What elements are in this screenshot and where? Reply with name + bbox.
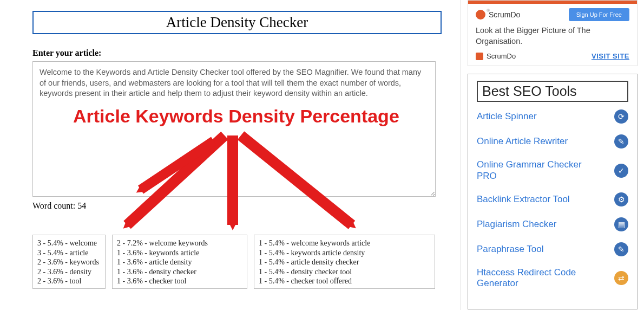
tool-row: Htaccess Redirect Code Generator ⇄ bbox=[477, 267, 628, 289]
ad-footer-brand: ScrumDo bbox=[476, 52, 516, 60]
result-line: 2 - 3.6% - tool bbox=[37, 276, 101, 286]
plagiarism-icon: ▤ bbox=[614, 217, 628, 231]
paraphrase-icon: ✎ bbox=[614, 242, 628, 256]
textarea-label: Enter your article: bbox=[32, 48, 442, 58]
grammar-icon: ✓ bbox=[614, 164, 628, 178]
ad-mini-icon bbox=[476, 53, 483, 60]
tools-heading: Best SEO Tools bbox=[477, 81, 628, 102]
result-line: 2 - 7.2% - welcome keywords bbox=[117, 238, 242, 248]
result-line: 1 - 3.6% - density checker bbox=[117, 267, 242, 277]
result-line: 1 - 5.4% - article density checker bbox=[259, 257, 430, 267]
page-title: Article Density Checker bbox=[34, 14, 441, 31]
tool-row: Backlink Extractor Tool ⚙ bbox=[477, 192, 628, 206]
ad-accent-bar bbox=[468, 1, 637, 4]
tool-row: Plagiarism Checker ▤ bbox=[477, 217, 628, 231]
backlink-icon: ⚙ bbox=[614, 192, 628, 206]
sidebar: ScrumDo Sign Up For Free Look at the Big… bbox=[461, 0, 644, 310]
results-row: 3 - 5.4% - welcome 3 - 5.4% - article 2 … bbox=[32, 235, 442, 289]
tool-link-backlink[interactable]: Backlink Extractor Tool bbox=[477, 194, 570, 205]
word-count: Word count: 54 bbox=[32, 201, 442, 211]
result-line: 1 - 5.4% - checker tool offered bbox=[259, 276, 430, 286]
result-line: 1 - 5.4% - welcome keywords article bbox=[259, 238, 430, 248]
main-content: Article Density Checker Enter your artic… bbox=[0, 0, 461, 310]
ad-brand-name: ScrumDo bbox=[489, 10, 520, 19]
visit-site-link[interactable]: VISIT SITE bbox=[592, 52, 629, 60]
tool-link-htaccess[interactable]: Htaccess Redirect Code Generator bbox=[477, 267, 604, 289]
ad-text: Look at the Bigger Picture of The Organi… bbox=[476, 25, 629, 47]
spinner-icon: ⟳ bbox=[614, 109, 628, 124]
page-title-box: Article Density Checker bbox=[32, 11, 442, 34]
ad-box: ScrumDo Sign Up For Free Look at the Big… bbox=[468, 0, 638, 66]
result-line: 2 - 3.6% - keywords bbox=[37, 257, 101, 267]
results-box-2gram[interactable]: 2 - 7.2% - welcome keywords 1 - 3.6% - k… bbox=[112, 235, 247, 289]
tool-row: Online Article Rewriter ✎ bbox=[477, 134, 628, 148]
result-line: 1 - 3.6% - checker tool bbox=[117, 276, 242, 286]
tool-link-article-spinner[interactable]: Article Spinner bbox=[477, 111, 537, 122]
result-line: 1 - 5.4% - keywords article density bbox=[259, 248, 430, 258]
signup-button[interactable]: Sign Up For Free bbox=[569, 8, 629, 21]
result-line: 1 - 5.4% - density checker tool bbox=[259, 267, 430, 277]
results-box-3gram[interactable]: 1 - 5.4% - welcome keywords article 1 - … bbox=[254, 235, 435, 289]
results-box-1gram[interactable]: 3 - 5.4% - welcome 3 - 5.4% - article 2 … bbox=[32, 235, 106, 289]
tool-link-plagiarism[interactable]: Plagiarism Checker bbox=[477, 219, 556, 230]
ad-logo-icon bbox=[476, 10, 485, 20]
result-line: 1 - 3.6% - keywords article bbox=[117, 248, 242, 258]
tool-row: Online Grammar Checker PRO ✓ bbox=[477, 159, 628, 182]
result-line: 3 - 5.4% - article bbox=[37, 248, 101, 258]
result-line: 3 - 5.4% - welcome bbox=[37, 238, 101, 248]
rewriter-icon: ✎ bbox=[614, 134, 628, 148]
tool-link-paraphrase[interactable]: Paraphrase Tool bbox=[477, 244, 544, 255]
result-line: 2 - 3.6% - density bbox=[37, 267, 101, 277]
tool-link-rewriter[interactable]: Online Article Rewriter bbox=[477, 136, 568, 147]
tools-box: Best SEO Tools Article Spinner ⟳ Online … bbox=[468, 74, 638, 309]
ad-logo: ScrumDo bbox=[476, 10, 520, 20]
result-line: 1 - 3.6% - article density bbox=[117, 257, 242, 267]
article-textarea[interactable] bbox=[32, 61, 436, 197]
tool-row: Article Spinner ⟳ bbox=[477, 109, 628, 124]
tool-row: Paraphrase Tool ✎ bbox=[477, 242, 628, 256]
tool-link-grammar[interactable]: Online Grammar Checker PRO bbox=[477, 159, 604, 182]
htaccess-icon: ⇄ bbox=[614, 271, 628, 285]
